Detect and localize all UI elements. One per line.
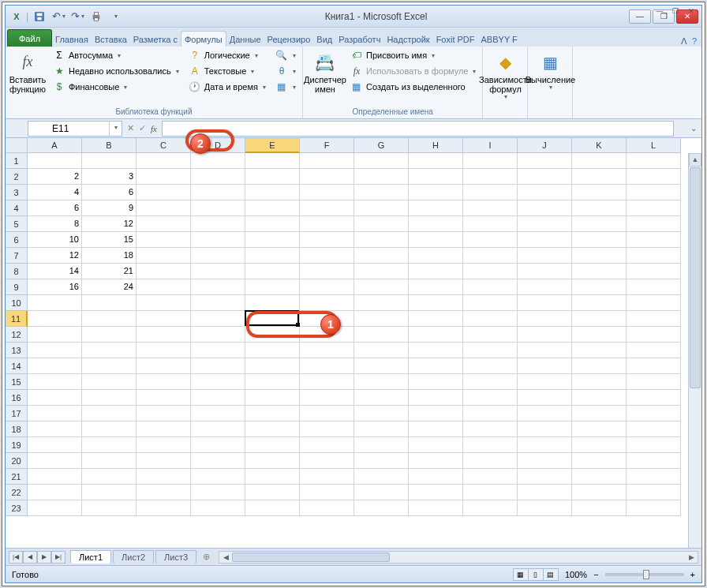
scroll-right-button[interactable]: ▶: [685, 553, 698, 561]
cell-F9[interactable]: [300, 279, 354, 295]
cell-F23[interactable]: [300, 500, 354, 516]
mdi-restore-button[interactable]: ❐: [668, 7, 683, 18]
cell-K3[interactable]: [572, 185, 627, 200]
cell-D21[interactable]: [191, 469, 245, 485]
cell-E21[interactable]: [245, 469, 300, 485]
cell-E8[interactable]: [245, 264, 300, 279]
cell-H8[interactable]: [409, 264, 463, 279]
cell-F13[interactable]: [300, 343, 354, 358]
cell-I18[interactable]: [463, 421, 518, 437]
cell-K4[interactable]: [572, 200, 627, 216]
cell-J8[interactable]: [518, 264, 572, 279]
cell-F4[interactable]: [300, 200, 354, 216]
sheet-tab-1[interactable]: Лист1: [70, 550, 111, 564]
cell-L18[interactable]: [627, 421, 681, 437]
cell-L4[interactable]: [627, 200, 681, 216]
cell-C15[interactable]: [137, 374, 191, 390]
cell-L2[interactable]: [627, 169, 681, 185]
row-header-21[interactable]: 21: [6, 469, 28, 485]
zoom-level[interactable]: 100%: [565, 570, 587, 579]
cell-L6[interactable]: [627, 232, 681, 248]
col-header-G[interactable]: G: [354, 138, 409, 153]
page-break-view-button[interactable]: ▤: [543, 568, 559, 581]
cell-J19[interactable]: [518, 437, 572, 453]
col-header-J[interactable]: J: [518, 138, 572, 153]
cell-A18[interactable]: [28, 421, 82, 437]
cell-B2[interactable]: 3: [82, 169, 137, 185]
cell-J11[interactable]: [518, 311, 572, 327]
cell-C17[interactable]: [137, 406, 191, 421]
cell-G14[interactable]: [354, 358, 409, 374]
cell-B17[interactable]: [82, 406, 137, 421]
cell-K21[interactable]: [572, 469, 627, 485]
cell-G10[interactable]: [354, 295, 409, 311]
cell-K10[interactable]: [572, 295, 627, 311]
cell-K7[interactable]: [572, 248, 627, 264]
row-header-10[interactable]: 10: [6, 295, 28, 311]
cell-L16[interactable]: [627, 390, 681, 406]
cell-H20[interactable]: [409, 453, 463, 469]
cell-A10[interactable]: [28, 295, 82, 311]
cell-G18[interactable]: [354, 421, 409, 437]
cell-A14[interactable]: [28, 358, 82, 374]
cell-K5[interactable]: [572, 216, 627, 232]
cell-I11[interactable]: [463, 311, 518, 327]
cell-D7[interactable]: [191, 248, 245, 264]
cell-A20[interactable]: [28, 453, 82, 469]
tab-review[interactable]: Рецензиро: [264, 32, 314, 47]
row-header-3[interactable]: 3: [6, 185, 28, 200]
row-header-20[interactable]: 20: [6, 453, 28, 469]
cell-B20[interactable]: [82, 453, 137, 469]
cell-B12[interactable]: [82, 327, 137, 343]
vertical-scrollbar[interactable]: ▲: [688, 153, 701, 548]
qat-print-button[interactable]: [88, 9, 104, 24]
cell-K12[interactable]: [572, 327, 627, 343]
cell-G16[interactable]: [354, 390, 409, 406]
cell-H3[interactable]: [409, 185, 463, 200]
cell-G13[interactable]: [354, 343, 409, 358]
cell-C1[interactable]: [137, 153, 191, 169]
cell-E7[interactable]: [245, 248, 300, 264]
row-header-6[interactable]: 6: [6, 232, 28, 248]
cell-I17[interactable]: [463, 406, 518, 421]
col-header-L[interactable]: L: [627, 138, 681, 153]
cell-D6[interactable]: [191, 232, 245, 248]
financial-button[interactable]: $Финансовые▾: [50, 80, 182, 94]
cell-D5[interactable]: [191, 216, 245, 232]
zoom-out-button[interactable]: −: [593, 570, 598, 579]
tab-home[interactable]: Главная: [52, 32, 92, 47]
expand-formula-bar[interactable]: ⌄: [688, 121, 699, 137]
row-header-13[interactable]: 13: [6, 343, 28, 358]
cell-E17[interactable]: [245, 406, 300, 421]
tab-layout[interactable]: Разметка с: [130, 32, 181, 47]
cell-E15[interactable]: [245, 374, 300, 390]
cell-B9[interactable]: 24: [82, 279, 137, 295]
cell-D17[interactable]: [191, 406, 245, 421]
cell-G2[interactable]: [354, 169, 409, 185]
cell-H18[interactable]: [409, 421, 463, 437]
cell-D19[interactable]: [191, 437, 245, 453]
logical-button[interactable]: ?Логические▾: [185, 48, 269, 62]
cell-L22[interactable]: [627, 485, 681, 500]
cell-C7[interactable]: [137, 248, 191, 264]
cell-H23[interactable]: [409, 500, 463, 516]
tab-addins[interactable]: Надстройк: [383, 32, 432, 47]
cell-E18[interactable]: [245, 421, 300, 437]
cell-B14[interactable]: [82, 358, 137, 374]
row-header-4[interactable]: 4: [6, 200, 28, 216]
cell-C21[interactable]: [137, 469, 191, 485]
cell-G23[interactable]: [354, 500, 409, 516]
cell-I16[interactable]: [463, 390, 518, 406]
cell-A5[interactable]: 8: [28, 216, 82, 232]
cell-E13[interactable]: [245, 343, 300, 358]
select-all-corner[interactable]: [6, 138, 28, 153]
row-header-11[interactable]: 11: [6, 311, 28, 327]
cell-G8[interactable]: [354, 264, 409, 279]
col-header-E[interactable]: E: [245, 138, 300, 153]
cell-F10[interactable]: [300, 295, 354, 311]
formula-deps-button[interactable]: ◆ Зависимости формул▾: [486, 48, 524, 103]
cell-I14[interactable]: [463, 358, 518, 374]
cell-H5[interactable]: [409, 216, 463, 232]
row-header-2[interactable]: 2: [6, 169, 28, 185]
cell-H6[interactable]: [409, 232, 463, 248]
